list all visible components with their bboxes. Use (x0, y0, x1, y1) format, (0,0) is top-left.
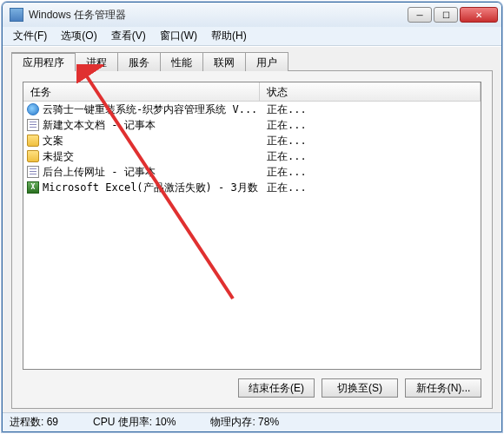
maximize-button[interactable]: ☐ (434, 7, 458, 23)
menu-help[interactable]: 帮助(H) (206, 27, 252, 45)
task-list[interactable]: 任务 状态 云骑士一键重装系统-织梦内容管理系统 V...正在...新建文本文档… (23, 82, 481, 370)
task-name: 后台上传网址 - 记事本 (43, 165, 156, 180)
status-memory: 物理内存: 78% (210, 415, 279, 430)
list-body: 云骑士一键重装系统-织梦内容管理系统 V...正在...新建文本文档 - 记事本… (23, 102, 481, 369)
task-status: 正在... (260, 102, 307, 117)
status-cpu: CPU 使用率: 10% (93, 415, 176, 430)
list-item[interactable]: 文案正在... (23, 133, 481, 148)
minimize-button[interactable]: ─ (408, 7, 432, 23)
app-item-icon (27, 119, 39, 131)
list-item[interactable]: XMicrosoft Excel(产品激活失败) - 3月数...正在... (23, 180, 481, 195)
list-item[interactable]: 后台上传网址 - 记事本正在... (23, 164, 481, 180)
task-name: 云骑士一键重装系统-织梦内容管理系统 V... (43, 102, 257, 117)
list-item[interactable]: 未提交正在... (23, 148, 481, 164)
tab-services[interactable]: 服务 (117, 52, 161, 71)
switch-to-button[interactable]: 切换至(S) (322, 378, 398, 398)
tab-users[interactable]: 用户 (245, 52, 288, 71)
app-icon (10, 8, 23, 22)
end-task-button[interactable]: 结束任务(E) (238, 378, 315, 398)
tab-panel-applications: 任务 状态 云骑士一键重装系统-织梦内容管理系统 V...正在...新建文本文档… (11, 70, 493, 409)
list-item[interactable]: 新建文本文档 - 记事本正在... (23, 117, 481, 133)
tab-processes[interactable]: 进程 (75, 52, 118, 71)
menu-file[interactable]: 文件(F) (8, 27, 52, 45)
task-status: 正在... (260, 165, 307, 180)
task-name: Microsoft Excel(产品激活失败) - 3月数... (43, 181, 260, 195)
tab-applications[interactable]: 应用程序 (11, 52, 76, 71)
menu-window[interactable]: 窗口(W) (155, 27, 202, 45)
app-item-icon: X (27, 181, 39, 194)
menu-view[interactable]: 查看(V) (106, 27, 151, 45)
tab-strip: 应用程序 进程 服务 性能 联网 用户 (11, 52, 493, 71)
column-task[interactable]: 任务 (23, 82, 260, 101)
task-name: 文案 (43, 134, 63, 148)
list-item[interactable]: 云骑士一键重装系统-织梦内容管理系统 V...正在... (23, 102, 481, 117)
task-status: 正在... (260, 149, 307, 164)
app-item-icon (27, 103, 39, 115)
menubar: 文件(F) 选项(O) 查看(V) 窗口(W) 帮助(H) (3, 27, 501, 46)
column-status[interactable]: 状态 (260, 82, 481, 101)
task-name: 新建文本文档 - 记事本 (43, 118, 156, 133)
close-button[interactable]: ✕ (460, 7, 498, 23)
app-item-icon (27, 135, 39, 147)
tab-networking[interactable]: 联网 (202, 52, 246, 71)
status-processes: 进程数: 69 (10, 415, 58, 430)
menu-options[interactable]: 选项(O) (56, 27, 102, 45)
list-header: 任务 状态 (23, 82, 481, 102)
task-name: 未提交 (43, 149, 74, 164)
window-title: Windows 任务管理器 (29, 8, 408, 23)
titlebar: Windows 任务管理器 ─ ☐ ✕ (3, 3, 501, 27)
task-status: 正在... (260, 118, 307, 133)
tab-performance[interactable]: 性能 (160, 52, 203, 71)
app-item-icon (27, 166, 39, 178)
task-status: 正在... (260, 181, 307, 195)
task-status: 正在... (260, 134, 307, 148)
statusbar: 进程数: 69 CPU 使用率: 10% 物理内存: 78% (3, 412, 501, 431)
new-task-button[interactable]: 新任务(N)... (405, 378, 481, 398)
app-item-icon (27, 150, 39, 162)
